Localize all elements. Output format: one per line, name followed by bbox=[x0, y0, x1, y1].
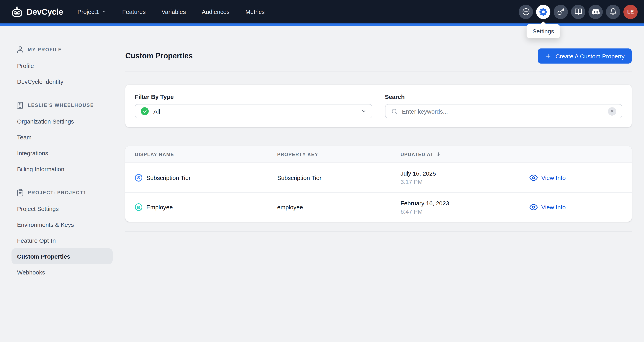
eye-icon bbox=[530, 203, 538, 211]
check-circle-icon bbox=[141, 107, 149, 115]
sidebar-item-profile[interactable]: Profile bbox=[12, 58, 112, 74]
sidebar-header-my-profile: MY PROFILE bbox=[16, 44, 112, 55]
settings-tooltip: Settings bbox=[526, 24, 560, 38]
sidebar-section-my-profile: MY PROFILE Profile DevCycle Identity bbox=[12, 44, 112, 89]
page-title: Custom Properties bbox=[125, 52, 193, 60]
updated-at-cell: February 16, 2023 6:47 PM bbox=[400, 199, 530, 216]
clear-search-button[interactable]: ✕ bbox=[608, 107, 616, 115]
table-row: B Employee employee February 16, 2023 6:… bbox=[125, 192, 632, 222]
settings-sidebar: MY PROFILE Profile DevCycle Identity LES… bbox=[0, 26, 119, 290]
view-info-link[interactable]: View Info bbox=[530, 203, 622, 211]
filter-by-type-field: Filter By Type All bbox=[135, 93, 372, 118]
building-icon bbox=[16, 101, 24, 109]
sidebar-header-organization: LESLIE'S WHEELHOUSE bbox=[16, 100, 112, 111]
gear-icon bbox=[539, 8, 547, 16]
search-label: Search bbox=[385, 93, 622, 100]
discord-icon bbox=[592, 8, 600, 16]
eye-icon bbox=[530, 174, 538, 182]
sidebar-item-integrations[interactable]: Integrations bbox=[12, 145, 112, 161]
sidebar-section-organization: LESLIE'S WHEELHOUSE Organization Setting… bbox=[12, 100, 112, 177]
filter-by-type-label: Filter By Type bbox=[135, 93, 372, 100]
bell-icon bbox=[609, 8, 617, 16]
plus-circle-icon bbox=[522, 8, 530, 16]
navbar-actions: Settings LE bbox=[519, 5, 638, 19]
sidebar-item-team[interactable]: Team bbox=[12, 129, 112, 145]
sidebar-item-feature-opt-in[interactable]: Feature Opt-In bbox=[12, 232, 112, 248]
view-info-link[interactable]: View Info bbox=[530, 174, 622, 182]
column-header-updated-at[interactable]: UPDATED AT bbox=[400, 151, 530, 157]
notifications-button[interactable] bbox=[606, 5, 620, 19]
nav-metrics[interactable]: Metrics bbox=[246, 8, 265, 15]
sidebar-header-label: LESLIE'S WHEELHOUSE bbox=[28, 102, 94, 108]
key-icon bbox=[557, 8, 564, 16]
book-open-icon bbox=[574, 8, 582, 16]
settings-button-wrapper: Settings bbox=[536, 5, 550, 19]
search-box: ✕ bbox=[385, 104, 622, 118]
updated-at-cell: July 16, 2025 3:17 PM bbox=[400, 169, 530, 186]
nav-variables[interactable]: Variables bbox=[162, 8, 186, 15]
sidebar-item-webhooks[interactable]: Webhooks bbox=[12, 264, 112, 280]
sidebar-header-project: PROJECT: PROJECT1 bbox=[16, 187, 112, 198]
filter-type-dropdown[interactable]: All bbox=[135, 104, 372, 118]
sidebar-item-devcycle-identity[interactable]: DevCycle Identity bbox=[12, 74, 112, 89]
main-content: Custom Properties Create A Custom Proper… bbox=[119, 26, 644, 232]
filter-type-value: All bbox=[154, 108, 356, 115]
property-type-boolean-icon: B bbox=[135, 203, 142, 211]
sidebar-header-label: PROJECT: PROJECT1 bbox=[28, 190, 86, 196]
title-divider bbox=[125, 72, 632, 72]
filter-card: Filter By Type All Search ✕ bbox=[125, 85, 632, 127]
display-name-cell: B Employee bbox=[135, 203, 277, 211]
property-key-cell: Subscription Tier bbox=[277, 174, 400, 181]
search-input[interactable] bbox=[402, 108, 604, 115]
sidebar-item-project-settings[interactable]: Project Settings bbox=[12, 201, 112, 217]
api-keys-button[interactable] bbox=[554, 5, 568, 19]
column-header-property-key: PROPERTY KEY bbox=[277, 151, 400, 157]
table-header-row: DISPLAY NAME PROPERTY KEY UPDATED AT bbox=[125, 146, 632, 163]
search-field: Search ✕ bbox=[385, 93, 622, 118]
custom-properties-table: DISPLAY NAME PROPERTY KEY UPDATED AT S S… bbox=[125, 146, 632, 222]
nav-project-menu[interactable]: Project1 bbox=[77, 8, 106, 15]
sidebar-item-custom-properties[interactable]: Custom Properties bbox=[12, 248, 112, 264]
chevron-down-icon bbox=[361, 108, 366, 114]
user-avatar[interactable]: LE bbox=[624, 5, 638, 19]
table-row: S Subscription Tier Subscription Tier Ju… bbox=[125, 163, 632, 192]
create-custom-property-button[interactable]: Create A Custom Property bbox=[538, 49, 632, 64]
docs-button[interactable] bbox=[571, 5, 585, 19]
user-icon bbox=[16, 46, 24, 54]
property-type-string-icon: S bbox=[135, 174, 142, 181]
brand-name: DevCycle bbox=[26, 7, 63, 17]
settings-button[interactable] bbox=[536, 5, 550, 19]
sidebar-item-environments-keys[interactable]: Environments & Keys bbox=[12, 217, 112, 232]
column-header-display-name: DISPLAY NAME bbox=[135, 151, 277, 157]
chevron-down-icon bbox=[102, 10, 106, 14]
primary-nav: Project1 Features Variables Audiences Me… bbox=[77, 8, 264, 15]
sidebar-header-label: MY PROFILE bbox=[28, 47, 62, 52]
search-icon bbox=[391, 108, 398, 115]
sidebar-section-project: PROJECT: PROJECT1 Project Settings Envir… bbox=[12, 187, 112, 280]
devcycle-robot-icon bbox=[11, 6, 23, 17]
clipboard-icon bbox=[16, 189, 24, 197]
sort-descending-icon bbox=[436, 152, 441, 157]
display-name-cell: S Subscription Tier bbox=[135, 174, 277, 181]
property-key-cell: employee bbox=[277, 204, 400, 211]
nav-audiences[interactable]: Audiences bbox=[202, 8, 230, 15]
nav-features[interactable]: Features bbox=[122, 8, 146, 15]
add-new-button[interactable] bbox=[519, 5, 533, 19]
top-navbar: DevCycle Project1 Features Variables Aud… bbox=[0, 0, 644, 24]
plus-icon bbox=[545, 53, 552, 59]
create-button-label: Create A Custom Property bbox=[556, 53, 625, 59]
sidebar-item-billing-information[interactable]: Billing Information bbox=[12, 161, 112, 177]
discord-button[interactable] bbox=[588, 5, 603, 19]
nav-project-label: Project1 bbox=[77, 8, 99, 15]
devcycle-logo[interactable]: DevCycle bbox=[11, 6, 63, 17]
sidebar-item-organization-settings[interactable]: Organization Settings bbox=[12, 113, 112, 129]
bottom-divider bbox=[125, 231, 632, 232]
app-root: DevCycle Project1 Features Variables Aud… bbox=[0, 0, 644, 342]
